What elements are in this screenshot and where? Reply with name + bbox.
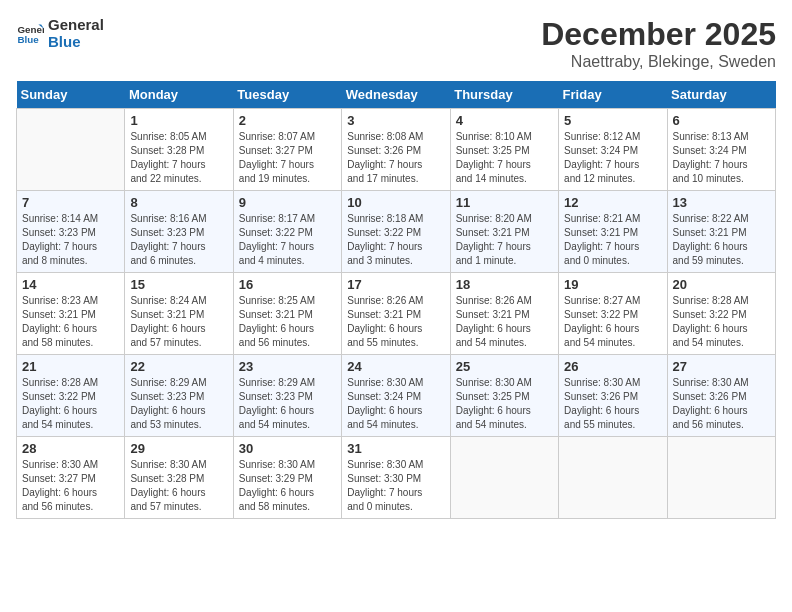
day-number: 15 bbox=[130, 277, 227, 292]
day-detail: Sunrise: 8:12 AM Sunset: 3:24 PM Dayligh… bbox=[564, 130, 661, 186]
day-cell: 24Sunrise: 8:30 AM Sunset: 3:24 PM Dayli… bbox=[342, 355, 450, 437]
day-cell: 19Sunrise: 8:27 AM Sunset: 3:22 PM Dayli… bbox=[559, 273, 667, 355]
day-detail: Sunrise: 8:28 AM Sunset: 3:22 PM Dayligh… bbox=[22, 376, 119, 432]
day-cell: 26Sunrise: 8:30 AM Sunset: 3:26 PM Dayli… bbox=[559, 355, 667, 437]
day-detail: Sunrise: 8:29 AM Sunset: 3:23 PM Dayligh… bbox=[239, 376, 336, 432]
day-detail: Sunrise: 8:28 AM Sunset: 3:22 PM Dayligh… bbox=[673, 294, 770, 350]
day-detail: Sunrise: 8:30 AM Sunset: 3:29 PM Dayligh… bbox=[239, 458, 336, 514]
day-detail: Sunrise: 8:30 AM Sunset: 3:26 PM Dayligh… bbox=[673, 376, 770, 432]
day-detail: Sunrise: 8:14 AM Sunset: 3:23 PM Dayligh… bbox=[22, 212, 119, 268]
day-number: 2 bbox=[239, 113, 336, 128]
day-number: 20 bbox=[673, 277, 770, 292]
calendar-header-row: SundayMondayTuesdayWednesdayThursdayFrid… bbox=[17, 81, 776, 109]
day-number: 5 bbox=[564, 113, 661, 128]
day-number: 13 bbox=[673, 195, 770, 210]
header-tuesday: Tuesday bbox=[233, 81, 341, 109]
day-cell: 22Sunrise: 8:29 AM Sunset: 3:23 PM Dayli… bbox=[125, 355, 233, 437]
day-detail: Sunrise: 8:27 AM Sunset: 3:22 PM Dayligh… bbox=[564, 294, 661, 350]
day-number: 14 bbox=[22, 277, 119, 292]
day-detail: Sunrise: 8:13 AM Sunset: 3:24 PM Dayligh… bbox=[673, 130, 770, 186]
day-number: 19 bbox=[564, 277, 661, 292]
day-detail: Sunrise: 8:21 AM Sunset: 3:21 PM Dayligh… bbox=[564, 212, 661, 268]
day-cell: 17Sunrise: 8:26 AM Sunset: 3:21 PM Dayli… bbox=[342, 273, 450, 355]
day-number: 18 bbox=[456, 277, 553, 292]
week-row-5: 28Sunrise: 8:30 AM Sunset: 3:27 PM Dayli… bbox=[17, 437, 776, 519]
header-monday: Monday bbox=[125, 81, 233, 109]
day-cell: 21Sunrise: 8:28 AM Sunset: 3:22 PM Dayli… bbox=[17, 355, 125, 437]
header-saturday: Saturday bbox=[667, 81, 775, 109]
day-cell: 3Sunrise: 8:08 AM Sunset: 3:26 PM Daylig… bbox=[342, 109, 450, 191]
day-number: 26 bbox=[564, 359, 661, 374]
day-number: 23 bbox=[239, 359, 336, 374]
header: General Blue General Blue December 2025 … bbox=[16, 16, 776, 71]
day-cell: 8Sunrise: 8:16 AM Sunset: 3:23 PM Daylig… bbox=[125, 191, 233, 273]
day-number: 25 bbox=[456, 359, 553, 374]
day-cell: 15Sunrise: 8:24 AM Sunset: 3:21 PM Dayli… bbox=[125, 273, 233, 355]
day-detail: Sunrise: 8:08 AM Sunset: 3:26 PM Dayligh… bbox=[347, 130, 444, 186]
day-cell: 25Sunrise: 8:30 AM Sunset: 3:25 PM Dayli… bbox=[450, 355, 558, 437]
main-title: December 2025 bbox=[541, 16, 776, 53]
day-number: 30 bbox=[239, 441, 336, 456]
day-cell: 2Sunrise: 8:07 AM Sunset: 3:27 PM Daylig… bbox=[233, 109, 341, 191]
day-number: 9 bbox=[239, 195, 336, 210]
day-cell: 5Sunrise: 8:12 AM Sunset: 3:24 PM Daylig… bbox=[559, 109, 667, 191]
day-cell: 14Sunrise: 8:23 AM Sunset: 3:21 PM Dayli… bbox=[17, 273, 125, 355]
day-cell: 18Sunrise: 8:26 AM Sunset: 3:21 PM Dayli… bbox=[450, 273, 558, 355]
day-cell: 27Sunrise: 8:30 AM Sunset: 3:26 PM Dayli… bbox=[667, 355, 775, 437]
day-number: 24 bbox=[347, 359, 444, 374]
day-number: 1 bbox=[130, 113, 227, 128]
day-number: 17 bbox=[347, 277, 444, 292]
day-number: 10 bbox=[347, 195, 444, 210]
day-number: 16 bbox=[239, 277, 336, 292]
day-cell: 4Sunrise: 8:10 AM Sunset: 3:25 PM Daylig… bbox=[450, 109, 558, 191]
day-number: 4 bbox=[456, 113, 553, 128]
day-detail: Sunrise: 8:16 AM Sunset: 3:23 PM Dayligh… bbox=[130, 212, 227, 268]
week-row-4: 21Sunrise: 8:28 AM Sunset: 3:22 PM Dayli… bbox=[17, 355, 776, 437]
header-friday: Friday bbox=[559, 81, 667, 109]
day-number: 28 bbox=[22, 441, 119, 456]
day-detail: Sunrise: 8:30 AM Sunset: 3:30 PM Dayligh… bbox=[347, 458, 444, 514]
day-detail: Sunrise: 8:30 AM Sunset: 3:25 PM Dayligh… bbox=[456, 376, 553, 432]
day-detail: Sunrise: 8:24 AM Sunset: 3:21 PM Dayligh… bbox=[130, 294, 227, 350]
day-cell: 13Sunrise: 8:22 AM Sunset: 3:21 PM Dayli… bbox=[667, 191, 775, 273]
day-detail: Sunrise: 8:17 AM Sunset: 3:22 PM Dayligh… bbox=[239, 212, 336, 268]
day-cell: 10Sunrise: 8:18 AM Sunset: 3:22 PM Dayli… bbox=[342, 191, 450, 273]
day-cell: 30Sunrise: 8:30 AM Sunset: 3:29 PM Dayli… bbox=[233, 437, 341, 519]
header-sunday: Sunday bbox=[17, 81, 125, 109]
day-cell: 31Sunrise: 8:30 AM Sunset: 3:30 PM Dayli… bbox=[342, 437, 450, 519]
day-cell: 9Sunrise: 8:17 AM Sunset: 3:22 PM Daylig… bbox=[233, 191, 341, 273]
day-cell: 28Sunrise: 8:30 AM Sunset: 3:27 PM Dayli… bbox=[17, 437, 125, 519]
day-number: 22 bbox=[130, 359, 227, 374]
day-detail: Sunrise: 8:29 AM Sunset: 3:23 PM Dayligh… bbox=[130, 376, 227, 432]
day-cell bbox=[667, 437, 775, 519]
day-number: 12 bbox=[564, 195, 661, 210]
header-thursday: Thursday bbox=[450, 81, 558, 109]
logo-line2: Blue bbox=[48, 33, 104, 50]
day-number: 29 bbox=[130, 441, 227, 456]
calendar-table: SundayMondayTuesdayWednesdayThursdayFrid… bbox=[16, 81, 776, 519]
day-number: 6 bbox=[673, 113, 770, 128]
day-cell: 12Sunrise: 8:21 AM Sunset: 3:21 PM Dayli… bbox=[559, 191, 667, 273]
logo-icon: General Blue bbox=[16, 19, 44, 47]
subtitle: Naettraby, Blekinge, Sweden bbox=[541, 53, 776, 71]
day-number: 11 bbox=[456, 195, 553, 210]
day-detail: Sunrise: 8:20 AM Sunset: 3:21 PM Dayligh… bbox=[456, 212, 553, 268]
day-number: 8 bbox=[130, 195, 227, 210]
day-number: 7 bbox=[22, 195, 119, 210]
day-detail: Sunrise: 8:05 AM Sunset: 3:28 PM Dayligh… bbox=[130, 130, 227, 186]
logo-line1: General bbox=[48, 16, 104, 33]
day-number: 3 bbox=[347, 113, 444, 128]
title-area: December 2025 Naettraby, Blekinge, Swede… bbox=[541, 16, 776, 71]
day-cell: 11Sunrise: 8:20 AM Sunset: 3:21 PM Dayli… bbox=[450, 191, 558, 273]
day-detail: Sunrise: 8:07 AM Sunset: 3:27 PM Dayligh… bbox=[239, 130, 336, 186]
week-row-3: 14Sunrise: 8:23 AM Sunset: 3:21 PM Dayli… bbox=[17, 273, 776, 355]
day-cell: 1Sunrise: 8:05 AM Sunset: 3:28 PM Daylig… bbox=[125, 109, 233, 191]
week-row-2: 7Sunrise: 8:14 AM Sunset: 3:23 PM Daylig… bbox=[17, 191, 776, 273]
week-row-1: 1Sunrise: 8:05 AM Sunset: 3:28 PM Daylig… bbox=[17, 109, 776, 191]
day-cell: 16Sunrise: 8:25 AM Sunset: 3:21 PM Dayli… bbox=[233, 273, 341, 355]
day-cell: 6Sunrise: 8:13 AM Sunset: 3:24 PM Daylig… bbox=[667, 109, 775, 191]
day-cell: 7Sunrise: 8:14 AM Sunset: 3:23 PM Daylig… bbox=[17, 191, 125, 273]
day-detail: Sunrise: 8:30 AM Sunset: 3:28 PM Dayligh… bbox=[130, 458, 227, 514]
day-detail: Sunrise: 8:26 AM Sunset: 3:21 PM Dayligh… bbox=[347, 294, 444, 350]
day-detail: Sunrise: 8:30 AM Sunset: 3:24 PM Dayligh… bbox=[347, 376, 444, 432]
